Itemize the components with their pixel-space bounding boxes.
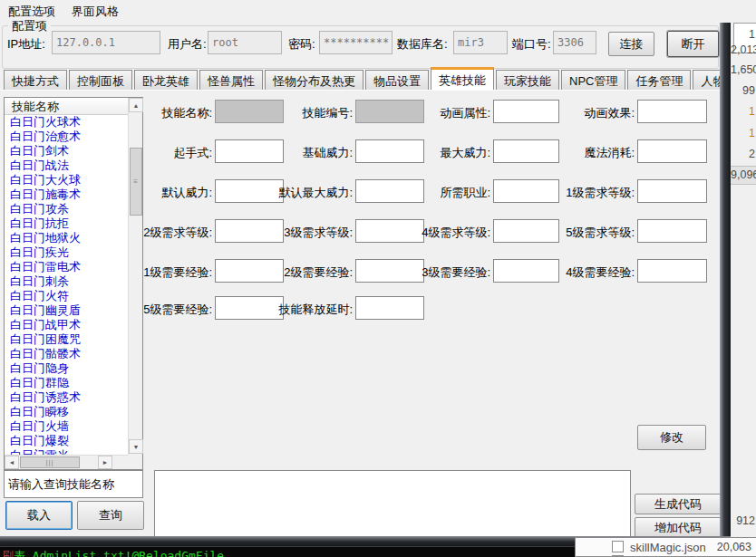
tab-bar: 快捷方式控制面板卧龙英雄怪兽属性怪物分布及热更物品设置英雄技能玩家技能NPC管理… [4, 67, 756, 90]
form-field-label: 5级需求等级: [462, 225, 635, 241]
tab-monster-attrs[interactable]: 怪兽属性 [199, 70, 263, 90]
modify-button[interactable]: 修改 [637, 425, 706, 450]
skill-list-item[interactable]: 白日门攻杀 [5, 202, 128, 216]
port-field: 3306 [553, 31, 596, 54]
background-number: 2 [731, 148, 755, 160]
down-arrow-glyph: ▼ [133, 444, 140, 450]
skill-list: 白日门火球术白日门治愈术白日门剑术白日门战法白日门大火球白日门施毒术白日门攻杀白… [5, 115, 128, 456]
database-name-field: mir3 [453, 31, 508, 54]
tab-npc-manage[interactable]: NPC管理 [561, 70, 625, 90]
disconnect-button[interactable]: 断开 [667, 31, 719, 57]
modify-button-label: 修改 [660, 429, 683, 446]
background-number: 1 [731, 127, 755, 139]
scroll-left-icon[interactable]: ◄ [5, 456, 19, 469]
thumb-grip: ||| [45, 458, 53, 466]
scrollbar-corner [128, 455, 142, 469]
append-code-label: 增加代码 [654, 520, 702, 536]
tab-control-panel[interactable]: 控制面板 [69, 70, 132, 90]
database-name-label: 数据库名: [397, 36, 448, 53]
tab-player-skills[interactable]: 玩家技能 [496, 70, 559, 90]
form-field-label: 动画效果: [462, 105, 635, 121]
query-button-label: 查询 [99, 507, 122, 523]
background-number: 1 [731, 28, 755, 41]
search-input[interactable] [4, 470, 143, 498]
load-button-label: 载入 [27, 507, 51, 523]
file-checkbox-label: skillMagic.json [630, 541, 706, 554]
load-button[interactable]: 载入 [5, 501, 73, 530]
password-label: 密码: [288, 36, 315, 53]
tab-quest-manage[interactable]: 任务管理 [627, 70, 691, 90]
form-field-input[interactable] [637, 219, 707, 243]
background-checkbox-panel: skillMagic.json 20,063 [575, 537, 756, 557]
form-field-label: 1级需求等级: [462, 185, 635, 201]
query-button[interactable]: 查询 [77, 501, 144, 530]
horizontal-scroll-thumb[interactable]: ||| [20, 456, 80, 468]
scroll-right-icon[interactable]: ► [98, 456, 112, 469]
skill-list-item[interactable]: 白日门隐身 [5, 361, 128, 376]
form-field-input[interactable] [637, 259, 707, 283]
append-code-button[interactable]: 增加代码 [635, 517, 722, 538]
left-arrow-glyph: ◄ [9, 459, 15, 466]
console-text-highlight: 刷 [2, 549, 14, 557]
skill-list-item[interactable]: 白日门火墙 [5, 419, 128, 434]
tab-monster-distribution[interactable]: 怪物分布及热更 [265, 70, 363, 90]
form-field-label: 魔法消耗: [462, 145, 635, 161]
skill-list-item[interactable]: 白日门战甲术 [5, 318, 128, 332]
background-window-strip: 12,0131,650991129,096912 [731, 0, 756, 557]
form-field-label: 4级需要经验: [462, 264, 635, 281]
skill-list-item[interactable]: 白日门困魔咒 [5, 332, 128, 347]
skill-list-item[interactable]: 白日门诱惑术 [5, 390, 128, 405]
background-number: 1 [731, 105, 755, 118]
skill-list-item[interactable]: 白日门治愈术 [5, 130, 128, 144]
password-field: ********** [319, 31, 393, 54]
connect-button[interactable]: 连接 [608, 32, 654, 56]
disconnect-button-label: 断开 [682, 36, 705, 53]
tab-item-settings[interactable]: 物品设置 [365, 70, 429, 90]
horizontal-scrollbar[interactable]: ◄ ||| ► [5, 455, 128, 469]
ip-address-field: 127.0.0.1 [52, 31, 160, 54]
scroll-down-icon[interactable]: ▼ [129, 439, 143, 454]
skill-list-item[interactable]: 白日门群隐 [5, 376, 128, 390]
form-field-input[interactable] [637, 100, 707, 123]
generate-code-label: 生成代码 [654, 496, 702, 513]
background-number: 99 [731, 84, 755, 97]
form-field-label: 技能释放延时: [180, 302, 353, 318]
code-output-area[interactable] [154, 470, 631, 537]
form-field-input[interactable] [637, 139, 707, 163]
username-field: root [208, 31, 282, 54]
console-bar: 刷表 AdminList.txt!@ReloadGmFile [0, 546, 580, 557]
generate-code-button[interactable]: 生成代码 [635, 494, 722, 514]
file-checkbox[interactable] [612, 541, 624, 552]
connect-button-label: 连接 [620, 36, 644, 53]
config-group-title: 配置项 [8, 18, 51, 34]
console-text-body: 表 AdminList.txt!@ReloadGmFile [14, 549, 224, 557]
background-number: 2,013 [731, 43, 755, 56]
form-field-input[interactable] [355, 296, 424, 320]
skill-list-item[interactable]: 白日门瞬移 [5, 405, 128, 419]
menu-bar: 配置选项界面风格 [0, 0, 721, 22]
console-text: 刷表 AdminList.txt!@ReloadGmFile [2, 548, 224, 557]
background-number: 9,096 [731, 168, 755, 181]
window-frame-right [720, 23, 731, 536]
tab-wolong-hero[interactable]: 卧龙英雄 [134, 70, 198, 90]
menu-item-ui-style[interactable]: 界面风格 [63, 0, 127, 23]
form-field-input[interactable] [637, 179, 707, 203]
skill-list-item[interactable]: 白日门疾光 [5, 245, 128, 260]
file-row-count: 20,063 [717, 541, 751, 553]
username-label: 用户名: [168, 36, 207, 53]
app-window: 配置选项界面风格 配置项 IP地址:127.0.0.1用户名:root密码:**… [0, 0, 756, 557]
background-number: 1,650 [731, 63, 755, 76]
tab-panel-edge [0, 90, 721, 91]
ip-address-label: IP地址: [7, 36, 45, 53]
right-arrow-glyph: ► [102, 459, 109, 466]
tab-hero-skills[interactable]: 英雄技能 [431, 67, 494, 90]
tab-shortcuts[interactable]: 快捷方式 [4, 70, 67, 90]
port-label: 端口号: [512, 36, 551, 53]
skill-list-item[interactable]: 白日门骷髅术 [5, 347, 128, 361]
background-number: 912 [731, 514, 755, 527]
skill-list-item[interactable]: 白日门爆裂 [5, 434, 128, 448]
